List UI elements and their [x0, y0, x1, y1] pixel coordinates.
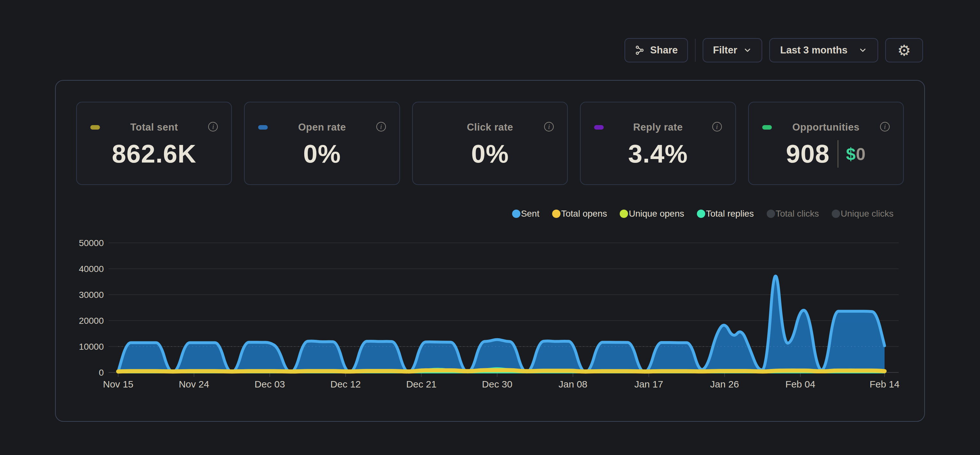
chevron-down-icon — [743, 46, 752, 55]
settings-button[interactable]: ⚙ — [885, 38, 923, 62]
stat-card-label: Click rate — [467, 122, 513, 133]
x-axis-label: Dec 03 — [255, 379, 285, 389]
legend-item-total-clicks[interactable]: Total clicks — [767, 209, 819, 219]
x-axis-label: Dec 12 — [330, 379, 361, 389]
sending-volume-chart[interactable]: 01000020000300004000050000Nov 15Nov 24De… — [78, 235, 900, 398]
series-dot — [762, 125, 772, 130]
toolbar: Share Filter Last 3 months ⚙ — [625, 38, 923, 62]
series-dot — [426, 125, 436, 130]
date-range-dropdown[interactable]: Last 3 months — [769, 38, 878, 62]
legend-swatch — [697, 209, 705, 218]
stat-card-value: 0% — [303, 132, 341, 184]
value-divider — [837, 140, 838, 168]
y-axis-label: 10000 — [79, 342, 104, 352]
x-axis-label: Feb 14 — [870, 379, 899, 389]
stat-card-total-sent: Total sent 862.6K — [76, 102, 232, 185]
y-axis-label: 50000 — [79, 238, 104, 248]
stat-card-value: 3.4% — [628, 132, 687, 184]
chart-canvas: 01000020000300004000050000Nov 15Nov 24De… — [78, 235, 900, 398]
legend-label: Total replies — [706, 209, 754, 219]
series-total-opens — [118, 370, 885, 371]
opportunities-money: $ 0 — [846, 144, 866, 164]
stat-card-label: Total sent — [130, 122, 178, 133]
legend-label: Total opens — [561, 209, 607, 219]
opportunities-amount: 0 — [856, 144, 866, 164]
legend-item-total-opens[interactable]: Total opens — [552, 209, 607, 219]
currency-symbol: $ — [846, 144, 856, 164]
legend-item-sent[interactable]: Sent — [512, 209, 539, 219]
x-axis-label: Nov 15 — [103, 379, 133, 389]
info-icon[interactable] — [880, 122, 890, 132]
filter-button-label: Filter — [713, 44, 737, 56]
share-button[interactable]: Share — [625, 38, 688, 62]
stat-card-click-rate: Click rate 0% — [412, 102, 568, 185]
legend-swatch — [620, 209, 628, 218]
x-axis-label: Dec 21 — [406, 379, 436, 389]
y-axis-label: 20000 — [79, 316, 104, 326]
stat-card-reply-rate: Reply rate 3.4% — [580, 102, 736, 185]
chevron-down-icon — [858, 46, 867, 55]
legend-label: Unique opens — [629, 209, 684, 219]
share-icon — [635, 45, 645, 55]
series-dot — [90, 125, 100, 130]
x-axis-label: Jan 08 — [558, 379, 587, 389]
toolbar-divider — [695, 39, 695, 62]
stat-card-label: Open rate — [298, 122, 346, 133]
stat-cards-row: Total sent 862.6K Open rate 0% Click rat… — [76, 102, 904, 185]
opportunities-count: 908 — [786, 139, 829, 169]
series-dot — [258, 125, 268, 130]
info-icon[interactable] — [712, 122, 722, 132]
stat-card-value: 862.6K — [112, 132, 196, 184]
x-axis-label: Nov 24 — [179, 379, 209, 389]
series-dot — [594, 125, 604, 130]
y-axis-label: 30000 — [79, 290, 104, 300]
legend-swatch — [552, 209, 560, 218]
legend-label: Total clicks — [776, 209, 819, 219]
analytics-panel: Total sent 862.6K Open rate 0% Click rat… — [55, 80, 925, 422]
legend-swatch — [512, 209, 520, 218]
y-axis-label: 0 — [99, 368, 104, 377]
date-range-label: Last 3 months — [780, 44, 847, 56]
info-icon[interactable] — [376, 122, 386, 132]
x-axis-label: Jan 26 — [710, 379, 739, 389]
legend-label: Sent — [521, 209, 539, 219]
share-button-label: Share — [650, 44, 678, 56]
stat-card-open-rate: Open rate 0% — [244, 102, 400, 185]
gear-icon: ⚙ — [897, 43, 911, 58]
legend-item-total-replies[interactable]: Total replies — [697, 209, 754, 219]
stat-card-label: Reply rate — [633, 122, 683, 133]
legend-swatch — [767, 209, 775, 218]
legend-item-unique-clicks[interactable]: Unique clicks — [832, 209, 894, 219]
info-icon[interactable] — [544, 122, 554, 132]
x-axis-label: Jan 17 — [635, 379, 663, 389]
chart-legend: Sent Total opens Unique opens Total repl… — [512, 209, 894, 219]
x-axis-label: Feb 04 — [785, 379, 815, 389]
legend-item-unique-opens[interactable]: Unique opens — [620, 209, 684, 219]
y-axis-label: 40000 — [79, 264, 104, 274]
legend-label: Unique clicks — [841, 209, 894, 219]
x-axis-label: Dec 30 — [482, 379, 512, 389]
analytics-dashboard: { "toolbar": { "share_label": "Share", "… — [0, 0, 980, 455]
info-icon[interactable] — [208, 122, 218, 132]
stat-card-label: Opportunities — [792, 122, 859, 133]
filter-button[interactable]: Filter — [703, 38, 762, 62]
legend-swatch — [832, 209, 840, 218]
stat-card-opportunities: Opportunities 908 $ 0 — [748, 102, 904, 185]
stat-card-value: 0% — [471, 132, 509, 184]
